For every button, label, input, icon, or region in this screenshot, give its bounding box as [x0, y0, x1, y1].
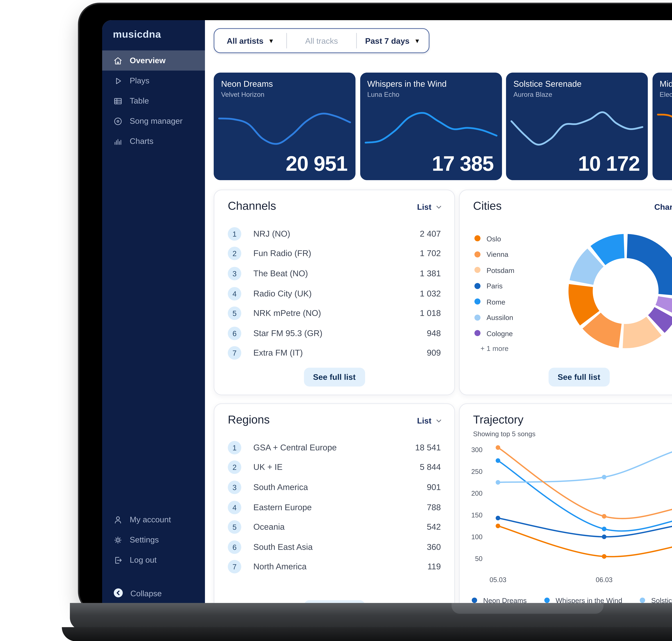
artist-filter-dropdown[interactable]: All artists ▼	[214, 29, 287, 52]
regions-card: Regions List 1GSA + Central Europe18 541…	[214, 403, 455, 608]
list-item[interactable]: 4Eastern Europe788	[224, 497, 445, 517]
rank-badge: 6	[228, 327, 241, 340]
logout-icon	[113, 555, 123, 565]
track-filter-input[interactable]: All tracks	[287, 29, 356, 52]
legend-dot	[640, 598, 645, 603]
sidebar-item-settings[interactable]: Settings	[102, 530, 205, 550]
cities-card: Cities Chart OsloViennaPotsdamParisRomeA…	[459, 190, 672, 395]
legend-label: Aussilon	[486, 313, 513, 322]
list-item-value: 1 381	[420, 269, 441, 278]
list-item[interactable]: 1NRJ (NO)2 407	[224, 224, 445, 244]
list-item[interactable]: 6South East Asia360	[224, 537, 445, 557]
data-point	[496, 524, 500, 528]
list-item[interactable]: 6Star FM 95.3 (GR)948	[224, 323, 445, 343]
sidebar-item-my-account[interactable]: My account	[102, 509, 205, 530]
rank-badge: 4	[228, 501, 241, 514]
laptop-trackpad-notch	[452, 603, 603, 614]
regions-view-dropdown[interactable]: List	[417, 416, 442, 425]
data-point	[602, 475, 606, 479]
list-item-name: Extra FM (IT)	[253, 349, 303, 358]
date-range-dropdown[interactable]: Past 7 days ▼	[357, 29, 429, 52]
rank-badge: 7	[228, 346, 241, 360]
data-point	[602, 527, 606, 531]
legend-dot	[475, 235, 480, 242]
stat-card-song-title: Solstice Serenade	[513, 79, 581, 89]
list-item-name: Fun Radio (FR)	[253, 249, 311, 258]
list-item[interactable]: 4Radio City (UK)1 032	[224, 284, 445, 303]
sidebar-item-plays[interactable]: Plays	[102, 71, 205, 91]
list-item-value: 2 407	[420, 229, 441, 238]
stat-card-song-title: Whispers in the Wind	[367, 79, 447, 89]
list-item[interactable]: 5NRK mPetre (NO)1 018	[224, 303, 445, 323]
y-axis-tick: 150	[471, 512, 482, 519]
filter-bar: All artists ▼ All tracks Past 7 days ▼	[214, 28, 429, 53]
list-item[interactable]: 2UK + IE5 844	[224, 458, 445, 477]
stat-card-midnight-reverie[interactable]: Midnight ReverieElectric Tide feat. Luna…	[652, 72, 672, 180]
legend-dot	[475, 283, 480, 289]
legend-item: Vienna	[475, 246, 515, 262]
rank-badge: 1	[228, 227, 241, 241]
cities-see-full-list-button[interactable]: See full list	[548, 368, 609, 386]
list-item[interactable]: 5Oceania542	[224, 517, 445, 537]
list-item[interactable]: 3The Beat (NO)1 381	[224, 264, 445, 284]
rank-badge: 6	[228, 540, 241, 554]
legend-label: Potsdam	[486, 266, 515, 274]
list-item-value: 5 844	[420, 463, 441, 472]
list-item[interactable]: 7North America119	[224, 557, 445, 577]
cities-view-dropdown[interactable]: Chart	[654, 202, 672, 212]
y-axis-tick: 50	[475, 555, 482, 562]
channels-view-dropdown[interactable]: List	[417, 202, 442, 212]
table-icon	[113, 96, 123, 106]
sidebar-item-song-manager[interactable]: Song manager	[102, 111, 205, 131]
laptop-hinge	[62, 627, 672, 641]
regions-title: Regions	[228, 413, 270, 427]
list-item[interactable]: 7Extra FM (IT)909	[224, 343, 445, 363]
list-item[interactable]: 2Fun Radio (FR)1 702	[224, 244, 445, 264]
sidebar-item-log-out[interactable]: Log out	[102, 550, 205, 570]
stat-card-solstice-serenade[interactable]: Solstice SerenadeAurora Blaze10 172	[506, 72, 648, 180]
sidebar: musicdna OverviewPlaysTableSong managerC…	[102, 20, 205, 608]
legend-more-label: + 1 more	[480, 344, 515, 352]
donut-segment-Paris	[627, 234, 672, 296]
list-item-name: GSA + Central Europe	[253, 443, 337, 452]
sidebar-item-overview[interactable]: Overview	[102, 51, 205, 71]
stat-card-artist: Aurora Blaze	[513, 91, 552, 98]
rank-badge: 2	[228, 461, 241, 474]
stat-card-song-title: Neon Dreams	[221, 79, 273, 89]
x-axis-tick: 06.03	[596, 576, 613, 584]
line-series	[498, 445, 672, 488]
stat-card-neon-dreams[interactable]: Neon DreamsVelvet Horizon20 951	[214, 72, 356, 180]
sidebar-item-label: Log out	[130, 555, 156, 565]
list-item[interactable]: 3South America901	[224, 477, 445, 497]
sidebar-collapse-button[interactable]: Collapse	[102, 584, 205, 604]
sidebar-item-charts[interactable]: Charts	[102, 131, 205, 151]
data-point	[602, 514, 606, 519]
list-item-value: 119	[427, 562, 441, 572]
list-item[interactable]: 1GSA + Central Europe18 541	[224, 438, 445, 458]
gear-icon	[113, 535, 123, 545]
disc-icon	[113, 116, 123, 126]
laptop-mockup: musicdna OverviewPlaysTableSong managerC…	[0, 0, 672, 641]
channels-list: 1NRJ (NO)2 4072Fun Radio (FR)1 7023The B…	[224, 224, 445, 363]
collapse-label: Collapse	[131, 589, 162, 598]
legend-label: Cologne	[486, 329, 513, 337]
stat-card-sparkline	[214, 104, 356, 151]
sidebar-footer-nav: My accountSettingsLog out	[102, 509, 205, 570]
sidebar-item-table[interactable]: Table	[102, 91, 205, 111]
stat-card-whispers-in-the-wind[interactable]: Whispers in the WindLuna Echo17 385	[360, 72, 502, 180]
legend-item: Rome	[475, 294, 515, 310]
sidebar-item-label: Plays	[130, 76, 149, 85]
cities-legend: OsloViennaPotsdamParisRomeAussilonCologn…	[475, 231, 515, 352]
artist-filter-value: All artists	[227, 36, 263, 45]
sidebar-item-label: Settings	[130, 535, 159, 544]
list-item-value: 360	[427, 542, 441, 552]
rank-badge: 2	[228, 247, 241, 260]
sidebar-item-label: Table	[130, 96, 149, 106]
channels-see-full-list-button[interactable]: See full list	[304, 368, 365, 386]
rank-badge: 3	[228, 481, 241, 494]
rank-badge: 7	[228, 560, 241, 574]
legend-dot	[475, 267, 480, 273]
list-item-value: 788	[427, 503, 441, 512]
legend-dot	[544, 598, 550, 603]
sidebar-nav: OverviewPlaysTableSong managerCharts	[102, 51, 205, 151]
